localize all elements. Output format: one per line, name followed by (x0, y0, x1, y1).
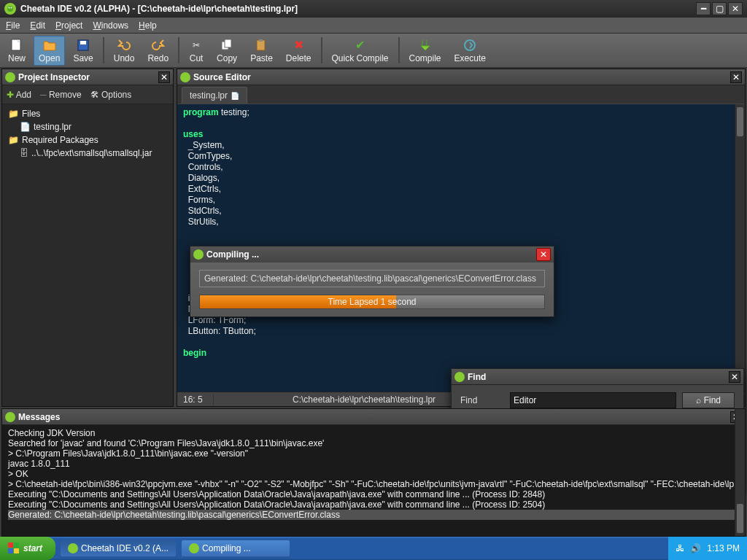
menu-windows[interactable]: Windows (93, 20, 128, 31)
svg-rect-8 (257, 40, 265, 50)
cheetah-icon (189, 543, 199, 553)
compiling-dialog: Compiling ... ✕ Generated: C:\cheetah-id… (190, 246, 554, 317)
cheetah-icon (68, 543, 78, 553)
messages-body[interactable]: Checking JDK Version Searched for 'javac… (2, 425, 745, 536)
message-line[interactable]: > C:\Program Files\Java\jdk1.8.0_111\bin… (8, 448, 739, 459)
svg-rect-9 (259, 39, 263, 42)
start-button[interactable]: start (0, 537, 55, 560)
save-button[interactable]: Save (68, 36, 98, 66)
execute-button[interactable]: Execute (449, 36, 491, 66)
message-line[interactable]: > OK (8, 469, 739, 479)
clock[interactable]: 1:13 PM (707, 543, 740, 553)
folder-icon: 📁 (8, 135, 19, 145)
workspace: Project Inspector ✕ ✚ Add ─ Remove 🛠 Opt… (1, 69, 746, 407)
cheetah-icon (5, 72, 15, 82)
editor-tabs: testing.lpr📄 (177, 85, 745, 104)
messages-panel: Messages ✕ Checking JDK Version Searched… (1, 408, 746, 537)
svg-rect-12 (14, 542, 19, 548)
cheetah-icon (180, 72, 190, 82)
project-inspector-header[interactable]: Project Inspector ✕ (2, 69, 173, 85)
svg-rect-7 (225, 39, 231, 47)
menu-project[interactable]: Project (55, 20, 82, 31)
minimize-button[interactable]: ━ (696, 2, 711, 15)
tree-node-required-packages[interactable]: 📁Required Packages (8, 133, 167, 147)
find-dialog-header[interactable]: Find ✕ (452, 369, 743, 385)
messages-title: Messages (18, 412, 730, 422)
vertical-scrollbar[interactable] (735, 104, 745, 392)
jar-icon: 🗄 (20, 148, 28, 158)
message-line[interactable]: javac 1.8.0_111 (8, 459, 739, 469)
windows-logo-icon (7, 542, 20, 555)
close-icon[interactable]: ✕ (729, 371, 740, 383)
cut-button[interactable]: ✂Cut (184, 36, 209, 66)
cheetah-icon (454, 372, 465, 382)
messages-header[interactable]: Messages ✕ (2, 409, 745, 425)
taskbar-item-cheetah-ide[interactable]: Cheetah IDE v0.2 (A... (60, 540, 177, 557)
tree-node-testing[interactable]: 📄testing.lpr (8, 120, 167, 133)
paste-button[interactable]: Paste (245, 36, 278, 66)
file-icon: 📄 (231, 92, 239, 100)
add-button[interactable]: ✚ Add (7, 90, 31, 100)
tree-node-files[interactable]: 📁Files (8, 107, 167, 120)
quick-compile-button[interactable]: ✔Quick Compile (327, 36, 394, 66)
close-icon[interactable]: ✕ (158, 71, 170, 83)
generated-label: Generated: C:\cheetah-ide\lpr\cheetah\te… (199, 270, 545, 287)
vertical-scrollbar[interactable] (735, 425, 745, 536)
svg-point-2 (11, 7, 12, 8)
message-line[interactable]: Searched for 'javac' and found 'C:\Progr… (8, 438, 739, 448)
message-line[interactable]: Executing "C:\Documents and Settings\All… (8, 499, 739, 510)
svg-rect-14 (14, 548, 19, 553)
options-button[interactable]: 🛠 Options (90, 90, 132, 100)
new-button[interactable]: New (3, 36, 31, 66)
svg-point-0 (7, 6, 13, 12)
find-button[interactable]: ⌕Find (682, 392, 735, 408)
copy-button[interactable]: Copy (212, 36, 242, 66)
taskbar: start Cheetah IDE v0.2 (A... Compiling .… (0, 537, 747, 560)
taskbar-item-compiling[interactable]: Compiling ... (181, 540, 290, 557)
remove-button[interactable]: ─ Remove (40, 90, 82, 100)
close-button[interactable]: ✕ (728, 2, 743, 15)
find-dialog-title: Find (468, 372, 729, 382)
volume-icon[interactable]: 🔊 (690, 543, 701, 553)
redo-button[interactable]: Redo (142, 36, 174, 66)
project-inspector-panel: Project Inspector ✕ ✚ Add ─ Remove 🛠 Opt… (1, 69, 174, 407)
message-line[interactable]: Checking JDK Version (8, 428, 739, 438)
menubar: File Edit Project Windows Help (0, 18, 747, 34)
window-titlebar: Cheetah IDE v0.2 (ALPHA) - [C:\cheetah-i… (0, 0, 747, 18)
message-line[interactable]: Executing "C:\Documents and Settings\All… (8, 489, 739, 499)
system-tray[interactable]: 🖧 🔊 1:13 PM (668, 537, 747, 560)
network-icon[interactable]: 🖧 (676, 543, 684, 553)
close-icon[interactable]: ✕ (536, 248, 551, 261)
message-line-selected[interactable]: Generated: C:\cheetah-ide\lpr\cheetah\te… (8, 510, 739, 520)
source-editor-title: Source Editor (193, 72, 730, 82)
svg-rect-5 (80, 41, 86, 44)
compile-progress: Time Lapsed 1 second (199, 295, 545, 309)
message-line[interactable]: > C:\cheetah-ide\fpc\bin\i386-win32\ppcj… (8, 479, 739, 489)
menu-file[interactable]: File (6, 20, 20, 31)
compile-button[interactable]: Compile (404, 36, 446, 66)
source-editor-header[interactable]: Source Editor ✕ (177, 69, 745, 85)
close-icon[interactable]: ✕ (730, 71, 742, 83)
svg-rect-11 (8, 542, 13, 548)
maximize-button[interactable]: ▢ (712, 2, 727, 15)
compiling-dialog-title: Compiling ... (206, 249, 536, 260)
project-tree[interactable]: 📁Files 📄testing.lpr 📁Required Packages 🗄… (2, 104, 173, 163)
svg-rect-13 (8, 548, 13, 553)
cursor-position: 16: 5 (177, 394, 214, 405)
folder-icon: 📁 (8, 109, 19, 119)
svg-point-10 (465, 40, 475, 50)
main-toolbar: New Open Save Undo Redo ✂Cut Copy Paste … (0, 34, 747, 69)
menu-help[interactable]: Help (139, 20, 157, 31)
undo-button[interactable]: Undo (109, 36, 140, 66)
find-input[interactable] (510, 392, 676, 408)
file-icon: 📄 (20, 122, 31, 132)
compiling-dialog-header[interactable]: Compiling ... ✕ (190, 246, 554, 262)
delete-button[interactable]: ✖Delete (281, 36, 317, 66)
tree-node-smallsql[interactable]: 🗄..\..\fpc\ext\smallsql\smallsql.jar (8, 147, 167, 160)
search-icon: ⌕ (696, 395, 701, 405)
cheetah-icon (5, 412, 15, 422)
cheetah-icon (193, 249, 204, 260)
menu-edit[interactable]: Edit (30, 20, 45, 31)
open-button[interactable]: Open (34, 36, 65, 66)
tab-testing-lpr[interactable]: testing.lpr📄 (182, 87, 247, 104)
